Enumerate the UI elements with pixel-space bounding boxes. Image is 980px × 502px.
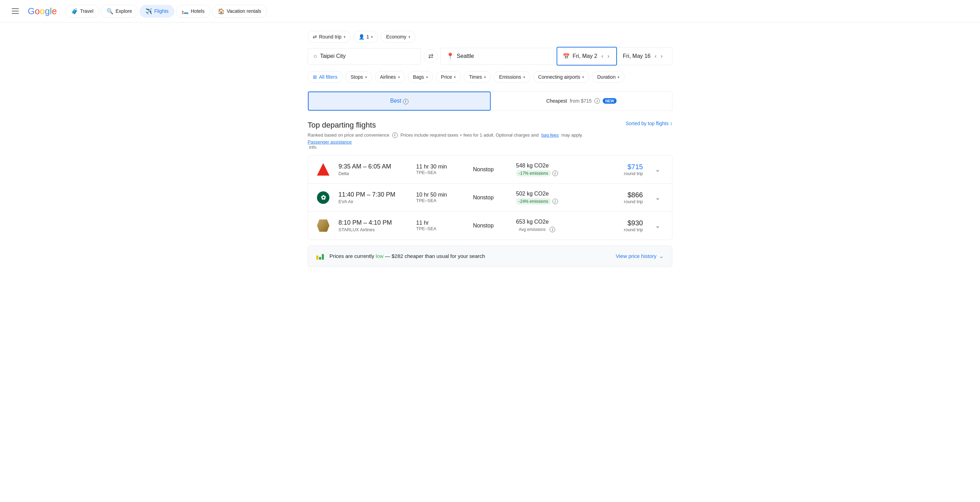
duration-filter[interactable]: Duration ▾: [592, 71, 625, 83]
search-row2: ○ Taipei City ⇄ 📍 Seattle 📅 Fri, May 2 ‹…: [308, 47, 672, 65]
chart-bar-2: [319, 257, 321, 260]
price-label: Price: [441, 74, 452, 80]
route-1: TPE–SEA: [416, 170, 465, 175]
nav-tab-vacation-label: Vacation rentals: [227, 8, 261, 14]
chart-bar-1: [316, 256, 318, 260]
explore-icon: 🔍: [107, 8, 113, 14]
emission-info-icon-1[interactable]: i: [552, 171, 558, 176]
connecting-airports-filter[interactable]: Connecting airports ▾: [533, 71, 589, 83]
chevron-down-icon: ▾: [398, 75, 400, 79]
cheapest-label: Cheapest: [546, 98, 567, 104]
nav-tab-hotels[interactable]: 🛏️ Hotels: [176, 5, 210, 17]
ranked-info-icon[interactable]: i: [392, 132, 398, 138]
stops-filter[interactable]: Stops ▾: [345, 71, 372, 83]
destination-icon: 📍: [446, 52, 454, 60]
airlines-filter[interactable]: Airlines ▾: [375, 71, 405, 83]
sorted-by-link[interactable]: Sorted by top flights ↕: [625, 121, 672, 126]
flight-time-2: 11:40 PM – 7:30 PM: [339, 191, 408, 198]
airline-logo-eva: [316, 191, 330, 205]
chevron-down-icon: ▾: [523, 75, 525, 79]
cheapest-info-icon[interactable]: i: [594, 98, 600, 104]
delta-logo-shape: [317, 163, 329, 176]
destination-value: Seattle: [457, 53, 474, 59]
return-prev-button[interactable]: ‹: [653, 52, 658, 61]
best-tab[interactable]: Best i: [308, 92, 491, 111]
filter-row: ⊞ All filters Stops ▾ Airlines ▾ Bags ▾ …: [308, 71, 672, 83]
hamburger-menu[interactable]: [8, 4, 22, 18]
chevron-down-icon: ⌄: [659, 253, 664, 259]
depart-date-value: Fri, May 2: [573, 53, 597, 59]
price-value-3: $930: [601, 219, 643, 227]
trip-type-3: round trip: [601, 227, 643, 232]
sort-tabs: Best i Cheapest from $715 i NEW: [308, 91, 672, 111]
emission-badge-2: -24% emissions: [516, 198, 551, 205]
google-logo[interactable]: Google: [28, 6, 57, 17]
return-date-field[interactable]: Fri, May 16 ‹ ›: [617, 47, 672, 65]
view-price-history-button[interactable]: View price history ⌄: [616, 253, 664, 259]
airline-name-3: STARLUX Airlines: [339, 227, 408, 232]
passenger-assistance-link[interactable]: Passenger assistance: [308, 139, 583, 145]
duration-value-2: 10 hr 50 min: [416, 192, 465, 198]
nav-tab-explore-label: Explore: [116, 8, 132, 14]
round-trip-selector[interactable]: ⇄ Round trip ▾: [308, 31, 351, 43]
depart-next-button[interactable]: ›: [606, 52, 611, 61]
best-info-icon[interactable]: i: [403, 99, 409, 104]
hotels-icon: 🛏️: [182, 8, 189, 14]
nav-tab-travel-label: Travel: [80, 8, 93, 14]
bags-label: Bags: [413, 74, 424, 80]
flight-emissions-3: 653 kg CO2e Avg emissions i: [516, 219, 571, 233]
passengers-selector[interactable]: 👤 1 ▾: [353, 31, 378, 43]
flight-stops-2: Nonstop: [473, 194, 508, 201]
results-subtitle: Ranked based on price and convenience i …: [308, 132, 583, 138]
times-filter[interactable]: Times ▾: [464, 71, 491, 83]
flight-duration-3: 11 hr TPE–SEA: [416, 220, 465, 231]
sort-icon: ↕: [670, 121, 672, 126]
price-filter[interactable]: Price ▾: [436, 71, 461, 83]
cabin-selector[interactable]: Economy ▾: [381, 31, 415, 43]
depart-date-field[interactable]: 📅 Fri, May 2 ‹ ›: [557, 47, 617, 65]
bags-filter[interactable]: Bags ▾: [408, 71, 433, 83]
flight-times-2: 11:40 PM – 7:30 PM EVA Air: [339, 191, 408, 204]
co2-1: 548 kg CO2e: [516, 163, 571, 169]
flight-row-1[interactable]: 9:35 AM – 6:05 AM Delta 11 hr 30 min TPE…: [308, 156, 672, 184]
starlux-logo-shape: [317, 219, 329, 232]
route-3: TPE–SEA: [416, 226, 465, 231]
nav-tab-explore[interactable]: 🔍 Explore: [100, 5, 138, 17]
expand-button-2[interactable]: ⌄: [651, 191, 664, 204]
return-next-button[interactable]: ›: [659, 52, 664, 61]
depart-prev-button[interactable]: ‹: [600, 52, 605, 61]
nav-tab-travel[interactable]: 🧳 Travel: [65, 5, 99, 17]
origin-field[interactable]: ○ Taipei City: [308, 48, 421, 65]
nav-tabs: 🧳 Travel 🔍 Explore ✈️ Flights 🛏️ Hotels …: [65, 5, 267, 17]
date-fields-group: 📅 Fri, May 2 ‹ › Fri, May 16 ‹ ›: [557, 47, 672, 65]
expand-button-3[interactable]: ⌄: [651, 219, 664, 232]
may-apply-text: may apply.: [562, 132, 583, 138]
emissions-filter[interactable]: Emissions ▾: [494, 71, 530, 83]
cabin-label: Economy: [386, 34, 406, 40]
emission-info-icon-2[interactable]: i: [552, 199, 558, 204]
co2-3: 653 kg CO2e: [516, 219, 571, 225]
airline-logo-starlux: [316, 219, 330, 233]
nav-tab-flights[interactable]: ✈️ Flights: [139, 5, 175, 17]
chevron-down-icon: ▾: [484, 75, 486, 79]
duration-label: Duration: [597, 74, 616, 80]
flight-row-2[interactable]: 11:40 PM – 7:30 PM EVA Air 10 hr 50 min …: [308, 184, 672, 212]
flight-row-3[interactable]: 8:10 PM – 4:10 PM STARLUX Airlines 11 hr…: [308, 212, 672, 240]
price-suffix: — $282 cheaper than usual for your searc…: [385, 253, 485, 259]
destination-field[interactable]: 📍 Seattle: [441, 48, 554, 65]
bag-fees-link[interactable]: bag fees: [541, 132, 558, 138]
expand-button-1[interactable]: ⌄: [651, 163, 664, 176]
swap-airports-button[interactable]: ⇄: [424, 49, 438, 63]
price-value-1: $715: [601, 163, 643, 171]
emission-info-icon-3[interactable]: i: [550, 227, 555, 232]
trip-type-1: round trip: [601, 171, 643, 176]
price-banner: Prices are currently low — $282 cheaper …: [308, 245, 672, 267]
flight-price-3: $930 round trip: [601, 219, 643, 232]
emissions-label: Emissions: [499, 74, 521, 80]
cheapest-tab[interactable]: Cheapest from $715 i NEW: [491, 92, 672, 109]
chevron-down-icon: ▾: [371, 35, 373, 39]
route-2: TPE–SEA: [416, 198, 465, 203]
swap-icon: ⇄: [313, 34, 317, 40]
all-filters-button[interactable]: ⊞ All filters: [308, 71, 343, 83]
nav-tab-vacation[interactable]: 🏠 Vacation rentals: [212, 5, 267, 17]
